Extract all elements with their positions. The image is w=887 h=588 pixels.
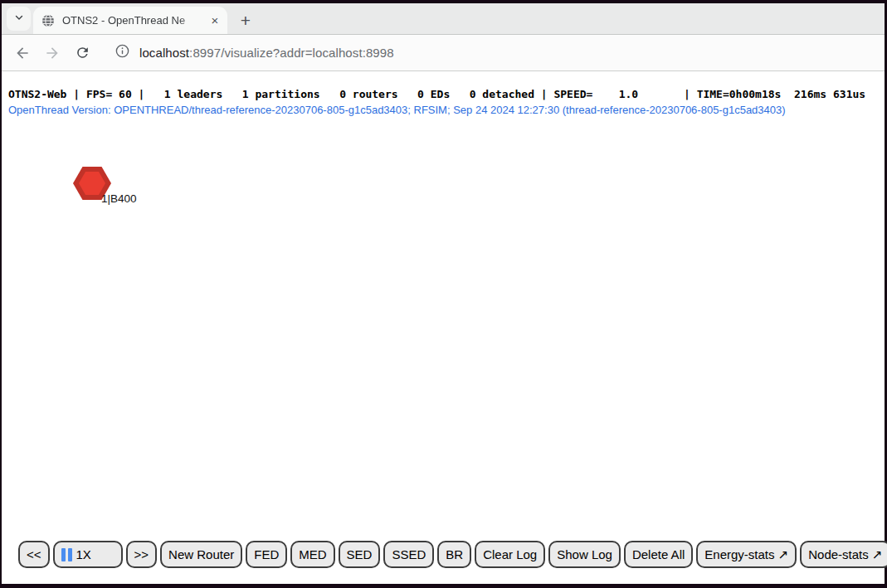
reload-icon[interactable] bbox=[71, 42, 93, 64]
speed-pause-button[interactable]: 1X bbox=[53, 541, 123, 568]
simulation-status-line: OTNS2-Web | FPS= 60 | 1 leaders 1 partit… bbox=[8, 88, 865, 100]
back-icon[interactable] bbox=[12, 42, 33, 64]
url-field[interactable]: localhost:8997/visualize?addr=localhost:… bbox=[115, 43, 394, 62]
forward-icon[interactable] bbox=[41, 42, 63, 64]
site-info-icon[interactable] bbox=[115, 43, 130, 62]
node-stats-button[interactable]: Node-stats ↗ bbox=[800, 541, 887, 568]
delete-all-button[interactable]: Delete All bbox=[624, 541, 693, 568]
speed-label: 1X bbox=[76, 547, 91, 561]
tab-strip: OTNS2 - OpenThread Ne × + bbox=[2, 3, 885, 35]
node-label: 1|B400 bbox=[101, 192, 137, 205]
pause-icon bbox=[61, 548, 72, 561]
otns-canvas: OTNS2-Web | FPS= 60 | 1 leaders 1 partit… bbox=[2, 75, 885, 584]
simulator-toolbar: << 1X >> New Router FED MED SED SSED BR … bbox=[18, 541, 887, 568]
step-back-button[interactable]: << bbox=[18, 541, 50, 568]
sed-button[interactable]: SED bbox=[339, 541, 381, 568]
tab-title: OTNS2 - OpenThread Ne bbox=[62, 14, 204, 27]
br-button[interactable]: BR bbox=[437, 541, 471, 568]
clear-log-button[interactable]: Clear Log bbox=[475, 541, 545, 568]
url-path: :8997/visualize?addr=localhost:8998 bbox=[189, 46, 394, 60]
browser-window: OTNS2 - OpenThread Ne × + bbox=[2, 3, 885, 584]
chevron-down-icon bbox=[13, 12, 25, 27]
tab-close-icon[interactable]: × bbox=[207, 13, 222, 28]
url-text: localhost:8997/visualize?addr=localhost:… bbox=[139, 46, 394, 60]
openthread-version-line: OpenThread Version: OPENTHREAD/thread-re… bbox=[8, 104, 786, 116]
tab-search-button[interactable] bbox=[7, 7, 31, 31]
new-tab-button[interactable]: + bbox=[235, 10, 256, 32]
ssed-button[interactable]: SSED bbox=[383, 541, 434, 568]
energy-stats-button[interactable]: Energy-stats ↗ bbox=[696, 541, 797, 568]
address-bar-row: localhost:8997/visualize?addr=localhost:… bbox=[2, 35, 885, 71]
browser-tab[interactable]: OTNS2 - OpenThread Ne × bbox=[33, 7, 227, 34]
desktop-window-frame: OTNS2 - OpenThread Ne × + bbox=[0, 0, 887, 588]
show-log-button[interactable]: Show Log bbox=[548, 541, 621, 568]
new-router-button[interactable]: New Router bbox=[160, 541, 242, 568]
med-button[interactable]: MED bbox=[290, 541, 334, 568]
url-hostname: localhost bbox=[139, 46, 189, 60]
step-forward-button[interactable]: >> bbox=[126, 541, 158, 568]
globe-favicon-icon bbox=[41, 14, 55, 27]
fed-button[interactable]: FED bbox=[246, 541, 287, 568]
